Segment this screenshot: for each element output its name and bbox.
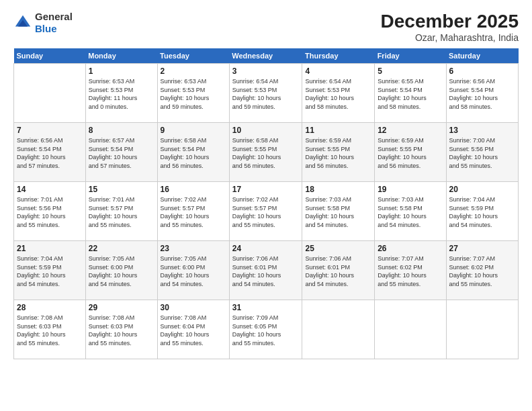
calendar-cell: 17Sunrise: 7:02 AMSunset: 5:57 PMDayligh… bbox=[229, 182, 302, 241]
day-number: 22 bbox=[89, 244, 154, 253]
day-number: 30 bbox=[161, 303, 226, 312]
day-info: Sunrise: 7:04 AMSunset: 5:59 PMDaylight:… bbox=[17, 255, 83, 288]
day-info: Sunrise: 7:01 AMSunset: 5:56 PMDaylight:… bbox=[17, 195, 83, 229]
day-info: Sunrise: 7:02 AMSunset: 5:57 PMDaylight:… bbox=[232, 195, 300, 229]
day-info: Sunrise: 7:02 AMSunset: 5:57 PMDaylight:… bbox=[161, 195, 226, 229]
calendar-cell: 23Sunrise: 7:05 AMSunset: 6:00 PMDayligh… bbox=[157, 241, 229, 300]
day-number: 24 bbox=[232, 244, 300, 253]
day-info: Sunrise: 7:08 AMSunset: 6:04 PMDaylight:… bbox=[161, 314, 226, 347]
day-number: 11 bbox=[305, 126, 371, 135]
day-info: Sunrise: 7:01 AMSunset: 5:57 PMDaylight:… bbox=[89, 195, 154, 229]
day-info: Sunrise: 6:59 AMSunset: 5:55 PMDaylight:… bbox=[305, 136, 371, 170]
day-number: 26 bbox=[378, 244, 443, 253]
calendar-cell: 26Sunrise: 7:07 AMSunset: 6:02 PMDayligh… bbox=[375, 241, 446, 300]
day-info: Sunrise: 7:06 AMSunset: 6:01 PMDaylight:… bbox=[305, 255, 371, 288]
day-number: 19 bbox=[378, 185, 443, 194]
day-number: 21 bbox=[17, 244, 83, 253]
title-block: December 2025 Ozar, Maharashtra, India bbox=[381, 11, 519, 43]
day-number: 1 bbox=[89, 66, 154, 76]
calendar-cell: 29Sunrise: 7:08 AMSunset: 6:03 PMDayligh… bbox=[85, 300, 157, 359]
col-sunday: Sunday bbox=[14, 48, 86, 64]
calendar-cell: 19Sunrise: 7:03 AMSunset: 5:58 PMDayligh… bbox=[375, 182, 446, 241]
day-number: 5 bbox=[378, 66, 443, 76]
col-monday: Monday bbox=[85, 48, 157, 64]
day-info: Sunrise: 7:08 AMSunset: 6:03 PMDaylight:… bbox=[17, 314, 83, 347]
calendar-cell: 15Sunrise: 7:01 AMSunset: 5:57 PMDayligh… bbox=[85, 182, 157, 241]
day-number: 14 bbox=[17, 185, 83, 194]
day-info: Sunrise: 6:56 AMSunset: 5:54 PMDaylight:… bbox=[449, 77, 516, 111]
day-info: Sunrise: 7:04 AMSunset: 5:59 PMDaylight:… bbox=[449, 195, 516, 229]
day-number: 28 bbox=[17, 303, 83, 312]
day-info: Sunrise: 6:58 AMSunset: 5:54 PMDaylight:… bbox=[161, 136, 226, 170]
calendar-cell: 20Sunrise: 7:04 AMSunset: 5:59 PMDayligh… bbox=[446, 182, 519, 241]
day-info: Sunrise: 7:07 AMSunset: 6:02 PMDaylight:… bbox=[449, 255, 516, 288]
calendar-cell: 12Sunrise: 6:59 AMSunset: 5:55 PMDayligh… bbox=[375, 123, 446, 182]
logo: General Blue bbox=[13, 11, 73, 35]
calendar-header: Sunday Monday Tuesday Wednesday Thursday… bbox=[14, 48, 519, 64]
calendar-cell: 27Sunrise: 7:07 AMSunset: 6:02 PMDayligh… bbox=[446, 241, 519, 300]
day-info: Sunrise: 7:03 AMSunset: 5:58 PMDaylight:… bbox=[305, 195, 371, 229]
col-wednesday: Wednesday bbox=[229, 48, 302, 64]
day-info: Sunrise: 6:55 AMSunset: 5:54 PMDaylight:… bbox=[378, 77, 443, 111]
day-info: Sunrise: 7:09 AMSunset: 6:05 PMDaylight:… bbox=[232, 314, 300, 347]
day-number: 25 bbox=[305, 244, 371, 253]
day-number: 7 bbox=[17, 126, 83, 135]
day-info: Sunrise: 7:08 AMSunset: 6:03 PMDaylight:… bbox=[89, 314, 154, 347]
col-thursday: Thursday bbox=[302, 48, 375, 64]
day-info: Sunrise: 6:54 AMSunset: 5:53 PMDaylight:… bbox=[305, 77, 371, 111]
header-row: Sunday Monday Tuesday Wednesday Thursday… bbox=[14, 48, 519, 64]
calendar-cell: 5Sunrise: 6:55 AMSunset: 5:54 PMDaylight… bbox=[375, 64, 446, 123]
calendar-cell: 21Sunrise: 7:04 AMSunset: 5:59 PMDayligh… bbox=[14, 241, 86, 300]
calendar-cell: 8Sunrise: 6:57 AMSunset: 5:54 PMDaylight… bbox=[85, 123, 157, 182]
day-info: Sunrise: 7:06 AMSunset: 6:01 PMDaylight:… bbox=[232, 255, 300, 288]
calendar-cell: 10Sunrise: 6:58 AMSunset: 5:55 PMDayligh… bbox=[229, 123, 302, 182]
calendar-cell: 31Sunrise: 7:09 AMSunset: 6:05 PMDayligh… bbox=[229, 300, 302, 359]
calendar-cell: 22Sunrise: 7:05 AMSunset: 6:00 PMDayligh… bbox=[85, 241, 157, 300]
calendar-cell: 24Sunrise: 7:06 AMSunset: 6:01 PMDayligh… bbox=[229, 241, 302, 300]
day-info: Sunrise: 6:59 AMSunset: 5:55 PMDaylight:… bbox=[378, 136, 443, 170]
col-tuesday: Tuesday bbox=[157, 48, 229, 64]
day-number: 6 bbox=[449, 66, 516, 76]
day-number: 27 bbox=[449, 244, 516, 253]
calendar-cell: 13Sunrise: 7:00 AMSunset: 5:56 PMDayligh… bbox=[446, 123, 519, 182]
logo-icon bbox=[13, 13, 32, 32]
day-info: Sunrise: 6:53 AMSunset: 5:53 PMDaylight:… bbox=[89, 77, 154, 111]
col-friday: Friday bbox=[375, 48, 446, 64]
day-info: Sunrise: 7:00 AMSunset: 5:56 PMDaylight:… bbox=[449, 136, 516, 170]
day-info: Sunrise: 6:57 AMSunset: 5:54 PMDaylight:… bbox=[89, 136, 154, 170]
day-info: Sunrise: 6:53 AMSunset: 5:53 PMDaylight:… bbox=[161, 77, 226, 111]
calendar-title: December 2025 bbox=[381, 11, 519, 32]
week-row-4: 28Sunrise: 7:08 AMSunset: 6:03 PMDayligh… bbox=[14, 300, 519, 359]
col-saturday: Saturday bbox=[446, 48, 519, 64]
week-row-2: 14Sunrise: 7:01 AMSunset: 5:56 PMDayligh… bbox=[14, 182, 519, 241]
day-number: 15 bbox=[89, 185, 154, 194]
calendar-cell: 3Sunrise: 6:54 AMSunset: 5:53 PMDaylight… bbox=[229, 64, 302, 123]
day-info: Sunrise: 6:58 AMSunset: 5:55 PMDaylight:… bbox=[232, 136, 300, 170]
day-info: Sunrise: 7:05 AMSunset: 6:00 PMDaylight:… bbox=[161, 255, 226, 288]
day-info: Sunrise: 7:03 AMSunset: 5:58 PMDaylight:… bbox=[378, 195, 443, 229]
calendar-cell: 7Sunrise: 6:56 AMSunset: 5:54 PMDaylight… bbox=[14, 123, 86, 182]
calendar-cell bbox=[302, 300, 375, 359]
calendar-cell: 6Sunrise: 6:56 AMSunset: 5:54 PMDaylight… bbox=[446, 64, 519, 123]
day-number: 3 bbox=[232, 66, 300, 76]
calendar-body: 1Sunrise: 6:53 AMSunset: 5:53 PMDaylight… bbox=[14, 64, 519, 359]
day-number: 10 bbox=[232, 126, 300, 135]
calendar-cell: 2Sunrise: 6:53 AMSunset: 5:53 PMDaylight… bbox=[157, 64, 229, 123]
calendar-cell: 1Sunrise: 6:53 AMSunset: 5:53 PMDaylight… bbox=[85, 64, 157, 123]
day-number: 20 bbox=[449, 185, 516, 194]
week-row-3: 21Sunrise: 7:04 AMSunset: 5:59 PMDayligh… bbox=[14, 241, 519, 300]
logo-general: General bbox=[35, 11, 73, 23]
day-number: 17 bbox=[232, 185, 300, 194]
day-number: 31 bbox=[232, 303, 300, 312]
week-row-0: 1Sunrise: 6:53 AMSunset: 5:53 PMDaylight… bbox=[14, 64, 519, 123]
day-number: 9 bbox=[161, 126, 226, 135]
week-row-1: 7Sunrise: 6:56 AMSunset: 5:54 PMDaylight… bbox=[14, 123, 519, 182]
day-number: 12 bbox=[378, 126, 443, 135]
day-number: 4 bbox=[305, 66, 371, 76]
calendar-cell: 11Sunrise: 6:59 AMSunset: 5:55 PMDayligh… bbox=[302, 123, 375, 182]
day-info: Sunrise: 7:07 AMSunset: 6:02 PMDaylight:… bbox=[378, 255, 443, 288]
day-info: Sunrise: 6:56 AMSunset: 5:54 PMDaylight:… bbox=[17, 136, 83, 170]
calendar-cell: 14Sunrise: 7:01 AMSunset: 5:56 PMDayligh… bbox=[14, 182, 86, 241]
calendar-cell: 30Sunrise: 7:08 AMSunset: 6:04 PMDayligh… bbox=[157, 300, 229, 359]
calendar-cell: 9Sunrise: 6:58 AMSunset: 5:54 PMDaylight… bbox=[157, 123, 229, 182]
